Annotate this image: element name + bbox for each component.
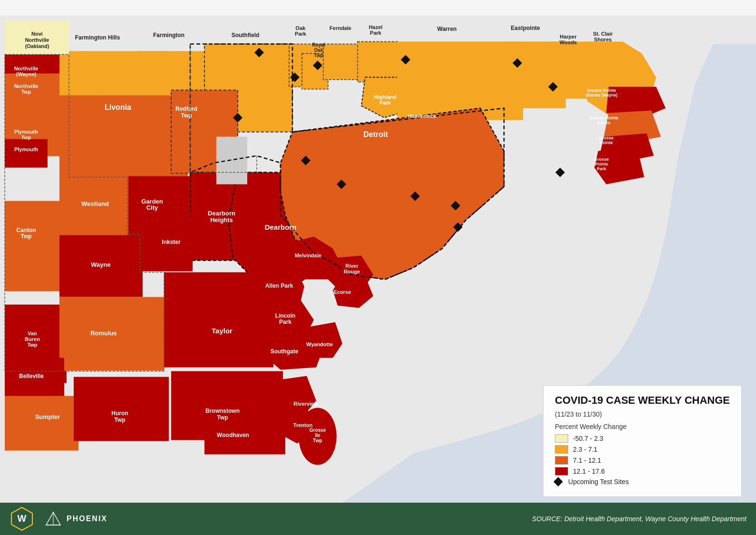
- legend-swatch-1: [555, 434, 568, 443]
- svg-text:Twp: Twp: [114, 417, 125, 423]
- svg-text:Hazel: Hazel: [369, 24, 383, 30]
- svg-rect-4: [5, 139, 48, 168]
- svg-text:Riverview: Riverview: [293, 401, 318, 407]
- legend: COVID-19 CASE WEEKLY CHANGE (11/23 to 11…: [543, 385, 742, 497]
- legend-header: Percent Weekly Change: [555, 423, 730, 430]
- svg-text:Royal: Royal: [312, 42, 325, 48]
- svg-text:Twp: Twp: [314, 53, 323, 58]
- svg-text:Van: Van: [28, 331, 37, 336]
- legend-item-1: -50.7 - 2.3: [555, 434, 730, 443]
- svg-text:Dearborn: Dearborn: [208, 210, 235, 217]
- svg-text:Rouge: Rouge: [344, 269, 360, 274]
- svg-text:Grosse Pointe: Grosse Pointe: [589, 116, 618, 120]
- legend-diamond-icon: [553, 477, 563, 486]
- svg-text:Southgate: Southgate: [271, 348, 299, 355]
- source-text: SOURCE: Detroit Health Department, Wayne…: [532, 515, 746, 523]
- svg-text:Huron: Huron: [111, 410, 128, 417]
- svg-text:Heights: Heights: [210, 216, 233, 224]
- svg-text:Twp: Twp: [181, 112, 192, 119]
- svg-text:Northville: Northville: [25, 37, 49, 43]
- legend-item-4: 12.1 - 17.6: [555, 467, 730, 476]
- svg-text:Canton: Canton: [16, 227, 36, 233]
- svg-text:Warren: Warren: [437, 26, 457, 32]
- svg-text:Twp: Twp: [21, 135, 31, 140]
- legend-item-2: 2.3 - 7.1: [555, 445, 730, 454]
- svg-text:Pointe: Pointe: [595, 162, 608, 166]
- svg-rect-2: [5, 74, 62, 114]
- phoenix-text: PHOENIX: [67, 515, 107, 523]
- svg-text:Farmington: Farmington: [153, 32, 184, 39]
- svg-rect-11: [323, 44, 359, 80]
- svg-text:Farms: Farms: [597, 120, 610, 125]
- svg-text:Twp: Twp: [217, 414, 228, 421]
- svg-text:Grosse: Grosse: [310, 428, 326, 433]
- svg-rect-28: [5, 201, 62, 292]
- svg-text:Park: Park: [379, 100, 391, 106]
- svg-text:Twp: Twp: [21, 89, 31, 95]
- legend-swatch-2: [555, 445, 568, 454]
- svg-text:Redford: Redford: [175, 106, 197, 112]
- legend-swatch-3: [555, 456, 568, 465]
- svg-text:W: W: [18, 513, 27, 524]
- legend-title: COVID-19 CASE WEEKLY CHANGE: [555, 394, 730, 407]
- svg-rect-44: [74, 377, 169, 441]
- svg-text:Northville: Northville: [14, 66, 39, 71]
- svg-text:Plymouth: Plymouth: [14, 146, 38, 152]
- svg-text:Ferndale: Ferndale: [330, 25, 351, 31]
- svg-text:St. Clair: St. Clair: [593, 31, 613, 37]
- svg-text:Park: Park: [597, 166, 607, 171]
- svg-text:Twp: Twp: [27, 342, 37, 348]
- svg-text:Hamtramck: Hamtramck: [408, 113, 437, 119]
- svg-text:Shores (Wayne): Shores (Wayne): [585, 93, 618, 97]
- svg-text:Belleville: Belleville: [19, 373, 44, 379]
- svg-text:Park: Park: [279, 319, 291, 325]
- svg-text:Grosse: Grosse: [599, 136, 613, 140]
- svg-rect-43: [5, 396, 78, 451]
- legend-item-test-site: Upcoming Test Sites: [555, 478, 730, 486]
- svg-text:Detroit: Detroit: [363, 130, 388, 138]
- legend-swatch-4: [555, 467, 568, 476]
- svg-text:Ecorse: Ecorse: [334, 289, 351, 295]
- svg-text:Southfield: Southfield: [232, 32, 260, 39]
- svg-text:Melvindale: Melvindale: [295, 253, 321, 258]
- svg-text:Harper: Harper: [560, 34, 577, 39]
- svg-rect-39: [164, 272, 273, 368]
- svg-text:Allen Park: Allen Park: [265, 282, 293, 289]
- svg-text:Grosse Pointe: Grosse Pointe: [587, 88, 616, 93]
- svg-text:Inkster: Inkster: [162, 239, 181, 245]
- svg-text:Twp: Twp: [313, 438, 322, 443]
- legend-label-4: 12.1 - 17.6: [573, 467, 605, 475]
- svg-text:Westland: Westland: [81, 200, 109, 207]
- svg-text:Novi: Novi: [31, 31, 43, 37]
- svg-text:Brownstown: Brownstown: [205, 408, 240, 414]
- svg-text:Ile: Ile: [315, 433, 320, 438]
- svg-text:Woods: Woods: [560, 39, 577, 45]
- svg-text:Northville: Northville: [14, 83, 39, 89]
- svg-rect-42: [5, 358, 64, 401]
- legend-label-3: 7.1 - 12.1: [573, 457, 601, 464]
- svg-text:Park: Park: [295, 31, 307, 37]
- svg-text:Farmington Hills: Farmington Hills: [75, 34, 120, 41]
- svg-text:Sumpter: Sumpter: [35, 413, 60, 420]
- svg-text:(Oakland): (Oakland): [25, 43, 49, 49]
- svg-rect-12: [358, 42, 398, 82]
- svg-text:Taylor: Taylor: [212, 327, 233, 335]
- legend-label-test-site: Upcoming Test Sites: [568, 478, 629, 486]
- svg-text:(Wayne): (Wayne): [16, 71, 37, 77]
- map-container: Novi Northville (Oakland) Farmington Hil…: [0, 0, 756, 535]
- svg-marker-41: [302, 322, 342, 358]
- legend-item-3: 7.1 - 12.1: [555, 456, 730, 465]
- wayne-county-logo: W: [10, 506, 34, 531]
- svg-text:Eastpointe: Eastpointe: [511, 25, 540, 31]
- svg-text:River: River: [345, 263, 359, 269]
- svg-text:Woodhaven: Woodhaven: [217, 432, 249, 438]
- svg-text:Park: Park: [370, 30, 382, 36]
- svg-text:Plymouth: Plymouth: [14, 129, 38, 135]
- svg-text:Lincoln: Lincoln: [275, 312, 296, 319]
- legend-label-1: -50.7 - 2.3: [573, 435, 603, 442]
- svg-text:Twp: Twp: [20, 233, 31, 240]
- legend-label-2: 2.3 - 7.1: [573, 446, 597, 453]
- svg-text:Buren: Buren: [25, 336, 40, 342]
- bottom-bar: W PHOENIX SOURCE: Detroit Health Departm…: [0, 503, 756, 535]
- legend-subtitle: (11/23 to 11/30): [555, 410, 730, 418]
